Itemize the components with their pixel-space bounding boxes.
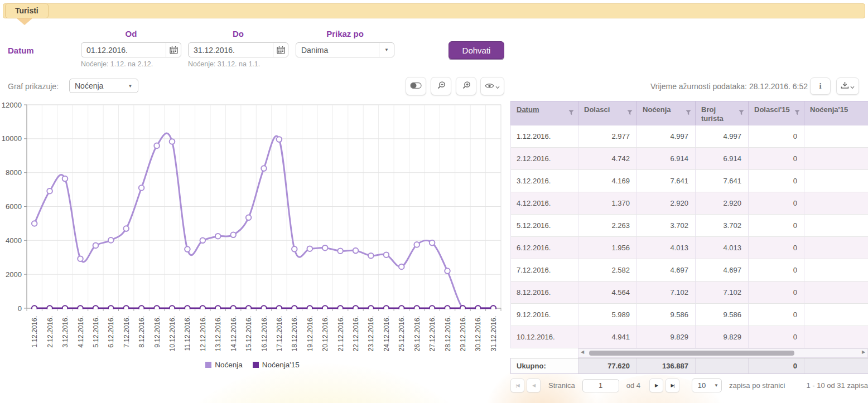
tab-pointer-icon <box>17 18 32 25</box>
legend-label: Noćenja <box>215 361 243 369</box>
table-cell: 0 <box>749 237 804 259</box>
table-cell: 3.702 <box>696 215 749 236</box>
table-row[interactable]: 6.12.2016.1.9564.0134.0130 <box>511 237 868 259</box>
tab-turisti[interactable]: Turisti <box>5 3 49 18</box>
table-cell <box>804 237 868 259</box>
svg-text:4000: 4000 <box>6 236 22 245</box>
zoom-in-button[interactable] <box>456 77 476 95</box>
table-row[interactable]: 3.12.2016.4.1697.6417.6410 <box>511 170 868 192</box>
graf-series-value: Noćenja <box>70 81 123 90</box>
table-cell: 0 <box>749 259 804 281</box>
table-cell <box>804 148 868 169</box>
table-row[interactable]: 1.12.2016.2.9774.9974.9970 <box>511 125 868 148</box>
do-hint: Noćenje: 31.12. na 1.1. <box>188 60 260 68</box>
table-row[interactable]: 5.12.2016.2.2633.7023.7020 <box>511 215 868 237</box>
toggle-icon <box>410 81 422 91</box>
table-cell: 0 <box>749 192 804 214</box>
legend-swatch-icon <box>253 362 259 368</box>
info-button[interactable]: i <box>810 77 831 95</box>
table-cell: 4.697 <box>637 259 696 281</box>
calendar-icon[interactable] <box>166 43 181 57</box>
table-cell: 7.12.2016. <box>511 259 578 281</box>
table-cell: 7.102 <box>696 281 749 303</box>
last-page-button[interactable]: ▶| <box>666 378 679 392</box>
date-from-field[interactable]: 01.12.2016. <box>81 42 181 57</box>
first-page-button[interactable]: |◀ <box>510 378 524 392</box>
column-header-broj-turista[interactable]: Broj turista <box>696 101 749 125</box>
horizontal-scrollbar[interactable]: ◀ ▶ <box>578 348 868 358</box>
date-to-value[interactable]: 31.12.2016. <box>189 46 273 55</box>
filter-icon[interactable] <box>568 109 574 118</box>
table-row[interactable]: 7.12.2016.2.5824.6974.6970 <box>511 259 868 281</box>
svg-text:19.12.2016.: 19.12.2016. <box>306 316 314 351</box>
info-icon: i <box>819 81 821 91</box>
scroll-left-icon[interactable]: ◀ <box>578 349 586 355</box>
legend-item[interactable]: Noćenja <box>205 361 243 369</box>
export-button[interactable] <box>836 77 859 95</box>
svg-text:24.12.2016.: 24.12.2016. <box>383 316 390 351</box>
prev-page-button[interactable]: ◀ <box>527 378 541 392</box>
legend-item[interactable]: Noćenja'15 <box>253 361 300 369</box>
page-size-value: 10 <box>692 381 711 390</box>
totals-row: Ukupno: 77.620 136.887 0 <box>510 358 868 374</box>
chevron-down-icon: ▼ <box>711 383 721 388</box>
sort-link[interactable]: Datum <box>517 105 539 114</box>
series-visibility-button[interactable] <box>480 77 504 95</box>
prikaz-po-value: Danima <box>296 46 379 55</box>
table-row[interactable]: 4.12.2016.1.3702.9202.9200 <box>511 192 868 215</box>
table-cell: 7.641 <box>696 170 749 192</box>
date-to-field[interactable]: 31.12.2016. <box>188 42 288 57</box>
toggle-button[interactable] <box>406 77 426 95</box>
table-row[interactable]: 9.12.2016.5.9899.5869.5860 <box>511 304 868 326</box>
page-size-select[interactable]: 10 ▼ <box>692 378 722 392</box>
svg-text:12000: 12000 <box>2 101 22 109</box>
column-header-datum[interactable]: Datum <box>511 101 578 125</box>
table-cell: 4.013 <box>637 237 696 259</box>
svg-text:13.12.2016.: 13.12.2016. <box>214 316 222 351</box>
chevron-down-icon[interactable]: ▼ <box>379 43 394 57</box>
table-cell: 6.914 <box>696 148 749 169</box>
table-cell <box>804 170 868 192</box>
table-row[interactable]: 10.12.2016.4.9419.8299.8290 <box>511 326 868 348</box>
column-header-nocenja-15[interactable]: Noćenja'15 <box>804 101 868 125</box>
table-body: 1.12.2016.2.9774.9974.99702.12.2016.4.74… <box>510 125 868 348</box>
table-cell: 2.977 <box>578 125 637 147</box>
scrollbar-thumb[interactable] <box>589 351 794 356</box>
svg-text:14.12.2016.: 14.12.2016. <box>230 316 238 351</box>
calendar-icon[interactable] <box>273 43 288 57</box>
table-row[interactable]: 8.12.2016.4.5647.1027.1020 <box>511 281 868 304</box>
table-cell: 4.742 <box>578 148 637 169</box>
table-row[interactable]: 2.12.2016.4.7426.9146.9140 <box>511 148 868 170</box>
column-header-dolasci-15[interactable]: Dolasci'15 <box>749 101 804 125</box>
table-cell <box>804 304 868 326</box>
filter-icon[interactable] <box>627 109 633 118</box>
table-cell: 0 <box>749 281 804 303</box>
svg-text:4.12.2016.: 4.12.2016. <box>77 316 85 348</box>
column-header-nocenja[interactable]: Noćenja <box>637 101 696 125</box>
data-grid: Datum Dolasci Noćenja Broj turista Dolas… <box>510 101 868 374</box>
filter-icon[interactable] <box>794 109 800 118</box>
svg-text:2000: 2000 <box>6 270 22 279</box>
prikaz-po-select[interactable]: Danima ▼ <box>296 42 394 57</box>
table-cell: 0 <box>749 125 804 147</box>
records-range-label: 1 - 10 od 31 zapisa <box>806 381 868 390</box>
svg-text:22.12.2016.: 22.12.2016. <box>352 316 360 351</box>
table-cell: 6.12.2016. <box>511 237 578 259</box>
filter-icon[interactable] <box>739 109 744 118</box>
svg-text:21.12.2016.: 21.12.2016. <box>337 316 345 351</box>
next-page-button[interactable]: ▶ <box>649 378 663 392</box>
date-from-value[interactable]: 01.12.2016. <box>81 46 166 55</box>
table-cell: 9.586 <box>696 304 749 326</box>
scroll-right-icon[interactable]: ▶ <box>860 349 867 355</box>
svg-text:1.12.2016.: 1.12.2016. <box>31 316 38 348</box>
svg-text:20.12.2016.: 20.12.2016. <box>321 316 329 351</box>
page-number-input[interactable] <box>582 379 619 392</box>
dohvati-button[interactable]: Dohvati <box>449 41 504 59</box>
filter-icon[interactable] <box>686 109 691 118</box>
graf-series-select[interactable]: Noćenja ▼ <box>69 79 138 93</box>
chevron-down-icon[interactable]: ▼ <box>123 79 138 93</box>
column-header-dolasci[interactable]: Dolasci <box>578 101 637 125</box>
svg-text:17.12.2016.: 17.12.2016. <box>276 316 283 351</box>
zoom-out-button[interactable] <box>431 77 451 95</box>
table-cell: 2.12.2016. <box>511 148 578 169</box>
